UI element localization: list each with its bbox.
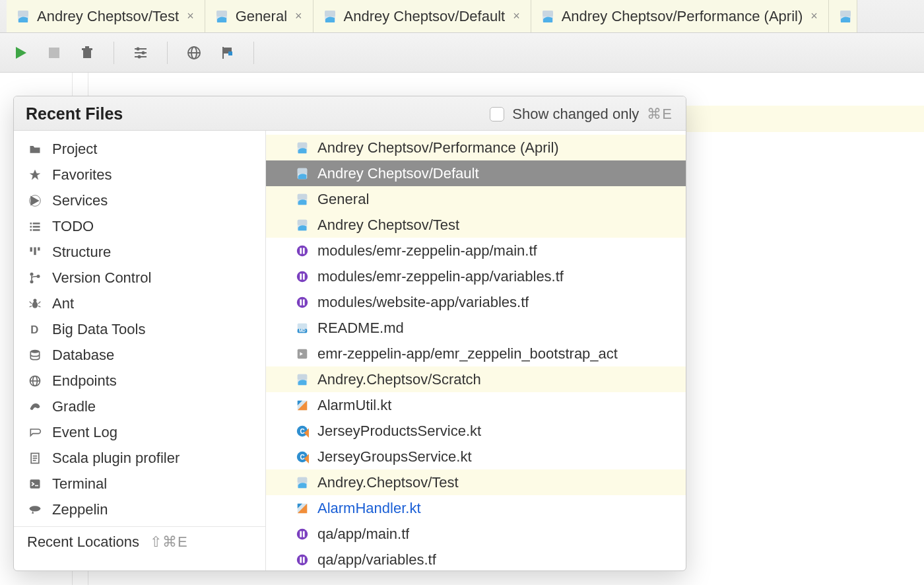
tool-window-item[interactable]: Event Log bbox=[14, 419, 265, 445]
recent-file-item[interactable]: qa/app/variables.tf bbox=[266, 547, 686, 570]
tool-window-item[interactable]: Favorites bbox=[14, 162, 265, 188]
tool-window-label: Zeppelin bbox=[52, 501, 108, 518]
file-label: modules/emr-zeppelin-app/variables.tf bbox=[317, 268, 564, 285]
tool-window-item[interactable]: Gradle bbox=[14, 394, 265, 419]
popup-header: Recent Files Show changed only ⌘E bbox=[14, 96, 686, 131]
editor-tab[interactable]: Andrey Cheptsov/Test × bbox=[7, 0, 205, 32]
recent-file-item[interactable]: General bbox=[266, 186, 686, 212]
editor-tab[interactable]: Andrey Cheptsov/Performance (April) × bbox=[531, 0, 829, 32]
file-label: Andrey Cheptsov/Performance (April) bbox=[317, 139, 559, 156]
tool-window-item[interactable]: Services bbox=[14, 188, 265, 213]
gradle-icon bbox=[27, 400, 43, 413]
recent-file-item[interactable]: AlarmHandler.kt bbox=[266, 495, 686, 521]
recent-file-item[interactable]: emr-zeppelin-app/emr_zeppelin_bootstrap_… bbox=[266, 341, 686, 366]
context-icon bbox=[295, 141, 310, 155]
recent-file-item[interactable]: AlarmUtil.kt bbox=[266, 392, 686, 418]
tf-icon bbox=[295, 553, 310, 567]
tool-window-item[interactable]: Project bbox=[14, 136, 265, 162]
tool-window-label: Scala plugin profiler bbox=[52, 450, 180, 467]
shortcut-hint: ⇧⌘E bbox=[150, 533, 188, 551]
tool-window-item[interactable]: Scala plugin profiler bbox=[14, 445, 265, 471]
endpoints-button[interactable] bbox=[185, 44, 203, 62]
recent-file-item[interactable]: JerseyProductsService.kt bbox=[266, 418, 686, 444]
context-icon bbox=[295, 373, 310, 386]
todo-icon bbox=[27, 220, 43, 233]
database-icon bbox=[27, 349, 43, 362]
ktc-icon bbox=[295, 425, 310, 438]
bookmark-button[interactable] bbox=[218, 44, 236, 62]
tool-window-item[interactable]: Terminal bbox=[14, 471, 265, 497]
file-label: JerseyGroupsService.kt bbox=[317, 448, 472, 465]
file-label: qa/app/main.tf bbox=[317, 526, 409, 543]
tool-window-item[interactable]: Ant bbox=[14, 291, 265, 316]
tool-window-label: Big Data Tools bbox=[52, 321, 145, 338]
delete-button[interactable] bbox=[78, 44, 96, 62]
run-button[interactable] bbox=[12, 44, 30, 62]
editor-tab[interactable]: General × bbox=[205, 0, 314, 32]
editor-area: 1234567891011121314151617 Recent Files S… bbox=[0, 73, 924, 585]
tool-window-item[interactable]: Structure bbox=[14, 239, 265, 265]
tool-window-item[interactable]: Endpoints bbox=[14, 368, 265, 394]
file-label: Andrey.Cheptsov/Scratch bbox=[317, 371, 481, 388]
recent-files-column: Andrey Cheptsov/Performance (April) Andr… bbox=[266, 131, 686, 570]
stop-button[interactable] bbox=[45, 44, 63, 62]
file-label: General bbox=[317, 191, 369, 208]
editor-tab[interactable]: Andrey Cheptsov/Default × bbox=[314, 0, 531, 32]
tool-window-item[interactable]: Zeppelin bbox=[14, 497, 265, 522]
recent-file-item[interactable]: qa/app/main.tf bbox=[266, 521, 686, 547]
toolbar-separator bbox=[167, 42, 168, 64]
recent-locations-link[interactable]: Recent Locations ⇧⌘E bbox=[14, 526, 265, 559]
tf-icon bbox=[295, 296, 310, 309]
file-label: qa/app/variables.tf bbox=[317, 551, 436, 568]
tool-window-label: Favorites bbox=[52, 166, 112, 184]
configure-button[interactable] bbox=[131, 44, 150, 62]
tool-window-label: Gradle bbox=[52, 398, 96, 415]
file-label: Andrey.Cheptsov/Test bbox=[317, 474, 459, 491]
recent-file-item[interactable]: modules/emr-zeppelin-app/main.tf bbox=[266, 238, 686, 263]
editor-canvas[interactable]: Recent Files Show changed only ⌘E Projec… bbox=[88, 73, 924, 585]
checkbox-icon bbox=[490, 107, 504, 121]
kt-icon bbox=[295, 502, 310, 515]
recent-file-item[interactable]: Andrey.Cheptsov/Test bbox=[266, 469, 686, 495]
recent-file-item[interactable]: Andrey Cheptsov/Default bbox=[266, 160, 686, 186]
tool-window-item[interactable]: TODO bbox=[14, 213, 265, 239]
tool-window-label: TODO bbox=[52, 218, 94, 235]
tool-window-item[interactable]: Big Data Tools bbox=[14, 316, 265, 342]
tool-window-item[interactable]: Database bbox=[14, 342, 265, 368]
recent-file-item[interactable]: Andrey.Cheptsov/Scratch bbox=[266, 366, 686, 392]
editor-tab-overflow[interactable] bbox=[829, 0, 857, 32]
file-label: Andrey Cheptsov/Default bbox=[317, 165, 479, 182]
recent-file-item[interactable]: Andrey Cheptsov/Performance (April) bbox=[266, 135, 686, 160]
ant-icon bbox=[27, 297, 43, 310]
recent-file-item[interactable]: README.md bbox=[266, 315, 686, 341]
tool-window-item[interactable]: Version Control bbox=[14, 265, 265, 291]
close-icon[interactable]: × bbox=[809, 9, 819, 23]
context-icon bbox=[16, 9, 30, 24]
close-icon[interactable]: × bbox=[294, 9, 304, 23]
show-changed-only-toggle[interactable]: Show changed only ⌘E bbox=[490, 106, 673, 123]
close-icon[interactable]: × bbox=[185, 9, 195, 23]
file-label: emr-zeppelin-app/emr_zeppelin_bootstrap_… bbox=[317, 345, 618, 362]
close-icon[interactable]: × bbox=[512, 9, 521, 23]
toolbar-separator bbox=[253, 42, 254, 64]
tf-icon bbox=[295, 270, 310, 283]
file-label: AlarmHandler.kt bbox=[317, 500, 421, 517]
sh-icon bbox=[295, 347, 310, 361]
recent-file-item[interactable]: Andrey Cheptsov/Test bbox=[266, 212, 686, 238]
tab-label: General bbox=[236, 8, 287, 25]
context-icon bbox=[295, 219, 310, 232]
tool-window-label: Terminal bbox=[52, 475, 107, 493]
editor-tabstrip: Andrey Cheptsov/Test × General × Andrey … bbox=[0, 0, 924, 33]
context-icon bbox=[214, 9, 229, 24]
context-icon bbox=[541, 9, 555, 24]
zeppelin-icon bbox=[27, 503, 43, 516]
recent-file-item[interactable]: modules/emr-zeppelin-app/variables.tf bbox=[266, 263, 686, 289]
file-label: modules/website-app/variables.tf bbox=[317, 294, 529, 311]
tool-window-label: Project bbox=[52, 141, 97, 158]
recent-file-item[interactable]: modules/website-app/variables.tf bbox=[266, 289, 686, 315]
show-changed-label: Show changed only bbox=[512, 106, 639, 123]
recent-file-item[interactable]: JerseyGroupsService.kt bbox=[266, 444, 686, 469]
tab-label: Andrey Cheptsov/Performance (April) bbox=[562, 8, 803, 25]
branch-icon bbox=[27, 271, 43, 285]
letter-d-icon bbox=[27, 323, 43, 336]
